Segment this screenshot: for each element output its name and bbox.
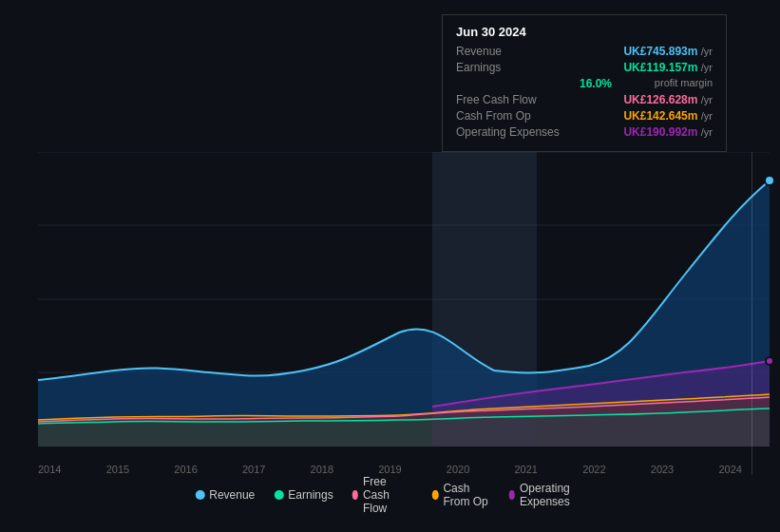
legend-revenue-dot: [195, 490, 204, 500]
chart-container: Jun 30 2024 Revenue UK£745.893m /yr Earn…: [0, 0, 780, 532]
svg-point-8: [766, 357, 773, 365]
tooltip-cashop-row: Cash From Op UK£142.645m /yr: [456, 109, 713, 123]
tooltip-opex-row: Operating Expenses UK£190.992m /yr: [456, 125, 713, 139]
svg-point-7: [765, 176, 774, 185]
legend-fcf-label: Free Cash Flow: [363, 475, 413, 515]
tooltip-opex-label: Operating Expenses: [456, 125, 580, 139]
tooltip-vertical-line: [751, 152, 752, 475]
x-label-2018: 2018: [311, 464, 333, 475]
chart-svg: [0, 152, 780, 446]
x-label-2021: 2021: [514, 464, 537, 475]
tooltip-cashop-label: Cash From Op: [456, 109, 580, 123]
legend-fcf: Free Cash Flow: [352, 475, 413, 515]
x-axis: 2014 2015 2016 2017 2018 2019 2020 2021 …: [0, 458, 780, 475]
tooltip-fcf-row: Free Cash Flow UK£126.628m /yr: [456, 93, 713, 106]
tooltip-date: Jun 30 2024: [456, 25, 713, 39]
profit-margin-label: profit margin: [655, 77, 713, 90]
legend-opex: Operating Expenses: [509, 482, 585, 508]
tooltip-opex-value: UK£190.992m /yr: [623, 125, 713, 139]
chart-legend: Revenue Earnings Free Cash Flow Cash Fro…: [195, 475, 585, 515]
x-label-2023: 2023: [651, 464, 674, 475]
x-label-2016: 2016: [174, 464, 197, 475]
profit-margin-value: 16.0%: [580, 77, 612, 90]
legend-cashop: Cash From Op: [432, 482, 490, 508]
legend-earnings-label: Earnings: [288, 488, 333, 502]
x-label-2015: 2015: [106, 464, 129, 475]
legend-earnings-dot: [274, 490, 283, 500]
tooltip-box: Jun 30 2024 Revenue UK£745.893m /yr Earn…: [442, 14, 727, 152]
tooltip-revenue-row: Revenue UK£745.893m /yr: [456, 45, 713, 58]
legend-revenue-label: Revenue: [209, 488, 255, 502]
legend-opex-dot: [509, 490, 515, 500]
x-label-2024: 2024: [718, 464, 741, 475]
legend-fcf-dot: [352, 490, 358, 500]
legend-earnings: Earnings: [274, 488, 333, 502]
legend-cashop-dot: [432, 490, 438, 500]
x-label-2022: 2022: [582, 464, 605, 475]
x-label-2014: 2014: [38, 464, 61, 475]
tooltip-fcf-label: Free Cash Flow: [456, 93, 580, 106]
chart-area: [0, 152, 780, 475]
x-label-2020: 2020: [447, 464, 469, 475]
legend-revenue: Revenue: [195, 488, 255, 502]
tooltip-earnings-label: Earnings: [456, 61, 580, 74]
x-label-2019: 2019: [378, 464, 401, 475]
legend-cashop-label: Cash From Op: [443, 482, 489, 508]
tooltip-revenue-label: Revenue: [456, 45, 580, 58]
tooltip-fcf-value: UK£126.628m /yr: [623, 93, 713, 106]
profit-margin-row: 16.0% profit margin: [456, 77, 713, 90]
tooltip-revenue-value: UK£745.893m /yr: [623, 45, 713, 58]
legend-opex-label: Operating Expenses: [520, 482, 585, 508]
tooltip-earnings-value: UK£119.157m /yr: [623, 61, 713, 74]
tooltip-cashop-value: UK£142.645m /yr: [623, 109, 713, 123]
x-label-2017: 2017: [242, 464, 265, 475]
tooltip-earnings-row: Earnings UK£119.157m /yr: [456, 61, 713, 74]
